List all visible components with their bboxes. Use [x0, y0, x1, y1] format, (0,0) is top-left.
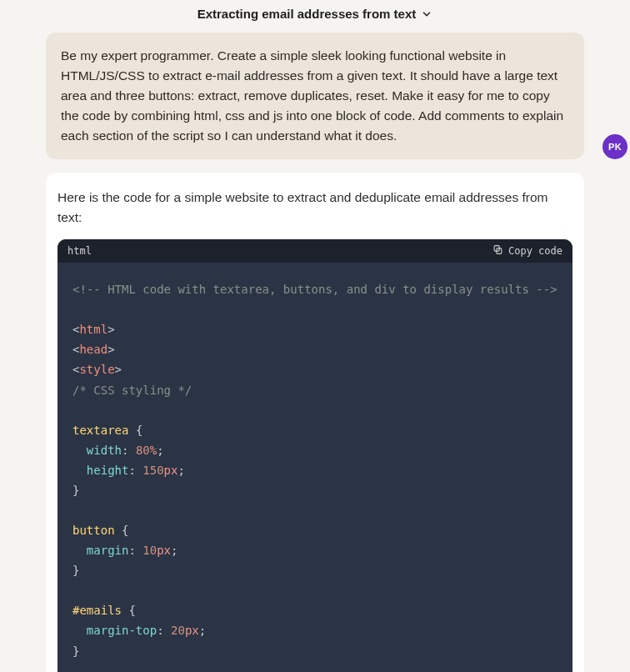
avatar-initials: PK — [608, 140, 622, 154]
conversation-title: Extracting email addresses from text — [198, 7, 417, 21]
thread: Be my expert programmer. Create a simple… — [46, 33, 584, 672]
clipboard-icon — [492, 244, 503, 258]
code-block-header: html Copy code — [58, 239, 572, 263]
user-message-bubble: Be my expert programmer. Create a simple… — [46, 33, 584, 159]
code-language-label: html — [68, 245, 92, 257]
copy-code-label: Copy code — [508, 245, 562, 257]
assistant-intro-text: Here is the code for a simple website to… — [46, 184, 584, 239]
copy-code-button[interactable]: Copy code — [492, 244, 562, 258]
page-root: Extracting email addresses from text Be … — [0, 0, 630, 672]
user-message-text: Be my expert programmer. Create a simple… — [61, 48, 563, 143]
code-content[interactable]: <!-- HTML code with textarea, buttons, a… — [58, 263, 572, 672]
code-block: html Copy code <!-- HTML code with texta… — [58, 239, 572, 672]
conversation-title-row[interactable]: Extracting email addresses from text — [0, 0, 630, 33]
chevron-down-icon — [421, 8, 432, 20]
assistant-message-card: Here is the code for a simple website to… — [46, 173, 584, 672]
user-avatar[interactable]: PK — [602, 134, 628, 159]
